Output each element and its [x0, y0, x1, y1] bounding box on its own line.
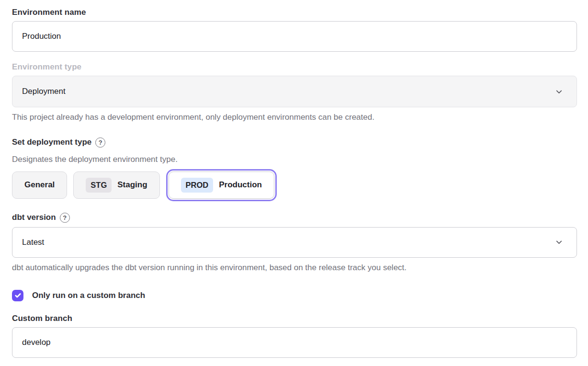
environment-settings-form: Environment name Environment type Deploy…: [0, 0, 588, 366]
deployment-type-staging-button[interactable]: STG Staging: [73, 172, 159, 199]
environment-type-select[interactable]: Deployment: [12, 76, 577, 107]
custom-branch-checkbox[interactable]: [12, 290, 23, 301]
custom-branch-toggle-row: Only run on a custom branch: [12, 290, 577, 301]
dbt-version-label: dbt version: [12, 213, 56, 222]
chevron-down-icon: [555, 238, 563, 246]
help-icon[interactable]: ?: [95, 137, 105, 148]
staging-badge: STG: [86, 178, 112, 193]
dbt-version-helper: dbt automatically upgrades the dbt versi…: [12, 263, 577, 274]
custom-branch-field: Custom branch: [12, 314, 577, 358]
environment-type-value: Deployment: [22, 87, 66, 96]
production-button-label: Production: [219, 180, 262, 190]
deployment-type-heading: Set deployment type ?: [12, 137, 577, 148]
dbt-version-heading: dbt version ?: [12, 213, 577, 223]
custom-branch-input[interactable]: [12, 327, 577, 358]
environment-name-input[interactable]: [12, 21, 577, 52]
dbt-version-value: Latest: [22, 238, 44, 247]
deployment-type-heading-text: Set deployment type: [12, 137, 91, 147]
environment-type-label: Environment type: [12, 62, 577, 72]
dbt-version-select[interactable]: Latest: [12, 227, 577, 258]
deployment-type-options: General STG Staging PROD Production: [12, 172, 577, 199]
production-badge: PROD: [181, 178, 214, 193]
environment-type-field: Environment type Deployment This project…: [12, 62, 577, 123]
staging-button-label: Staging: [117, 180, 147, 190]
check-icon: [14, 292, 22, 299]
deployment-type-description: Designates the deployment environment ty…: [12, 155, 577, 164]
custom-branch-toggle-label[interactable]: Only run on a custom branch: [32, 291, 145, 300]
deployment-type-production-button[interactable]: PROD Production: [169, 172, 274, 199]
environment-name-field: Environment name: [12, 8, 577, 52]
dbt-version-field: dbt version ? Latest dbt automatically u…: [12, 213, 577, 274]
general-button-label: General: [24, 180, 55, 190]
environment-type-helper: This project already has a development e…: [12, 112, 577, 123]
environment-name-label: Environment name: [12, 8, 577, 17]
chevron-down-icon: [555, 88, 563, 96]
custom-branch-label: Custom branch: [12, 314, 577, 323]
help-icon[interactable]: ?: [60, 213, 70, 223]
deployment-type-general-button[interactable]: General: [12, 172, 67, 199]
